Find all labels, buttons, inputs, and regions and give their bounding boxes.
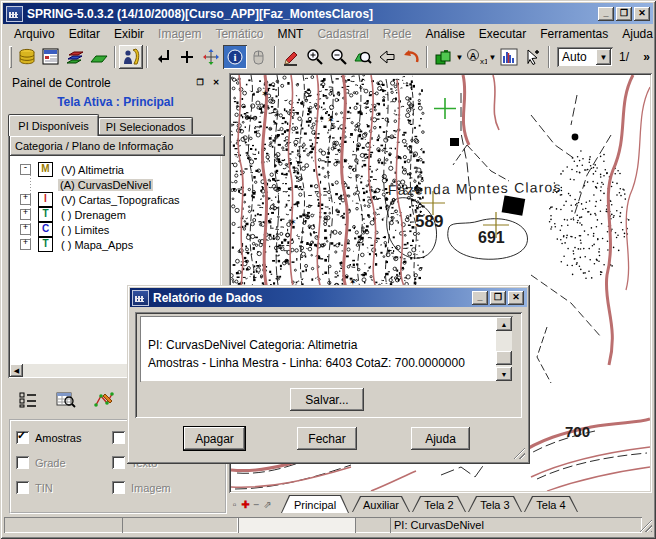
detach-screen-icon[interactable]: ⇗ [262,497,273,511]
menu-executar[interactable]: Executar [472,25,533,43]
spring-main-window: SPRING-5.0.3.2 (14/10/2008)[Curso_APP][F… [0,0,656,539]
scroll-thumb[interactable] [496,351,512,365]
enter-edit-button[interactable] [151,45,175,69]
checkbox-box[interactable] [112,456,125,469]
remove-screen-icon[interactable]: − [251,497,262,511]
checkbox-box[interactable]: ✓ [16,431,29,444]
scroll-down-icon[interactable]: ▼ [496,367,512,381]
screen-window-icon[interactable]: ▫ [229,497,240,511]
menu-ferramentas[interactable]: Ferramentas [533,25,615,43]
tab-auxiliar[interactable]: Auxiliar [352,496,410,512]
checkbox-box[interactable] [16,456,29,469]
visual-list-button[interactable] [14,387,42,413]
expand-icon[interactable]: + [20,194,31,205]
menu-analise[interactable]: Análise [419,25,472,43]
composition-caret[interactable]: ▼ [455,53,464,62]
elevation-691-label: 691 [478,229,505,246]
table-search-icon [56,391,76,409]
dialog-maximize-button[interactable]: ❐ [490,291,506,305]
report-text-area[interactable]: PI: CurvasDeNivel Categoria: Altimetria … [140,316,513,382]
tree-header-label: Categoria / Plano de Informação [15,140,173,152]
text-scale-caret[interactable]: ▼ [488,53,497,62]
scale-combobox[interactable]: Auto ▼ [557,47,613,67]
zoom-region-button[interactable] [351,45,375,69]
tree-row-limites[interactable]: + C ( ) Limites [12,222,218,237]
expand-icon[interactable]: + [20,224,31,235]
tab-pi-disponiveis[interactable]: PI Disponíveis [8,114,99,136]
tab-tela-4[interactable]: Tela 4 [524,496,578,512]
scale-value: Auto [562,50,587,64]
maximize-button[interactable]: ❐ [616,7,632,21]
tab-principal[interactable]: Principal [281,495,349,513]
dialog-close-button[interactable]: ✕ [508,291,524,305]
combo-dropdown-icon[interactable]: ▼ [596,49,611,65]
toolbar-separator [146,46,148,68]
checkbox-grade[interactable]: Grade [16,456,66,469]
menu-mnt[interactable]: MNT [270,25,310,43]
minimize-button[interactable]: _ [598,7,614,21]
add-point-button[interactable] [175,45,199,69]
dialog-minimize-button[interactable]: _ [472,291,488,305]
toolbar-overflow-chevron[interactable]: » [643,50,650,64]
checkbox-tin[interactable]: TIN [16,481,53,494]
report-vertical-scrollbar[interactable]: ▲ ▼ [496,317,512,381]
apagar-button[interactable]: Apagar [184,427,245,450]
main-toolbar: i ▼ Ax1 ▼ Auto ▼ 1/ » [3,43,656,71]
tab-tela-2[interactable]: Tela 2 [412,496,466,512]
checkbox-box[interactable] [112,431,125,444]
recompose-button[interactable] [399,45,423,69]
add-screen-icon[interactable]: ✚ [240,497,251,511]
zoom-in-button[interactable] [303,45,327,69]
menu-exibir[interactable]: Exibir [107,25,151,43]
database-icon [17,47,37,67]
panel-float-button[interactable]: ❐ [193,77,207,90]
pan-button[interactable] [199,45,223,69]
tree-row-curvasdenivel[interactable]: (A) CurvasDeNivel [12,177,218,192]
previous-view-button[interactable] [375,45,399,69]
scroll-left-icon[interactable]: ◀ [10,364,23,377]
menu-arquivo[interactable]: Arquivo [7,25,62,43]
tree-column-header[interactable]: Categoria / Plano de Informação [10,136,225,156]
attribute-table-button[interactable] [52,387,80,413]
histogram-button[interactable] [497,45,521,69]
checkbox-box[interactable] [112,481,125,494]
tree-row-label: ( ) Mapa_Apps [59,239,135,251]
expand-icon[interactable]: + [20,239,31,250]
tree-row-altimetria[interactable]: - M (V) Altimetria [12,162,218,177]
database-button[interactable] [15,45,39,69]
checkbox-imagem[interactable]: Imagem [112,481,171,494]
ajuda-button[interactable]: Ajuda [411,427,470,450]
title-bar[interactable]: SPRING-5.0.3.2 (14/10/2008)[Curso_APP][F… [3,3,653,24]
text-scale-button[interactable]: Ax1 [464,45,488,69]
tree-row-cartas-topograficas[interactable]: + I (V) Cartas_Topograficas [12,192,218,207]
mouse-tool-button[interactable] [247,45,271,69]
vector-edit-button[interactable] [87,45,111,69]
zoom-out-button[interactable] [327,45,351,69]
cursor-plus-icon [523,47,543,67]
tab-tela-3[interactable]: Tela 3 [468,496,522,512]
edit-vector-button[interactable] [90,387,118,413]
composition-button[interactable] [431,45,455,69]
acquisition-button[interactable] [119,45,143,69]
dialog-title-bar[interactable]: Relatório de Dados _ ❐ ✕ [130,288,527,307]
checkbox-box[interactable] [16,481,29,494]
dialog-resize-grip[interactable] [512,446,525,459]
menu-editar[interactable]: Editar [62,25,107,43]
erase-button[interactable] [279,45,303,69]
collapse-icon[interactable]: - [20,164,31,175]
register-button[interactable] [39,45,63,69]
tree-row-drenagem[interactable]: + T ( ) Drenagem [12,207,218,222]
panel-close-button[interactable]: ✕ [209,77,223,90]
salvar-button[interactable]: Salvar... [290,388,364,411]
info-tool-button[interactable]: i [223,45,247,69]
scroll-up-icon[interactable]: ▲ [496,317,512,331]
checkbox-amostras[interactable]: ✓ Amostras [16,431,81,444]
toolbar-grip[interactable] [9,46,12,68]
expand-icon[interactable]: + [20,209,31,220]
menu-ajuda[interactable]: Ajuda [615,25,656,43]
layers-button[interactable] [63,45,87,69]
tree-row-mapa-apps[interactable]: + T ( ) Mapa_Apps [12,237,218,252]
close-button[interactable]: ✕ [634,7,650,21]
cursor-info-button[interactable] [521,45,545,69]
fechar-button[interactable]: Fechar [297,427,357,450]
